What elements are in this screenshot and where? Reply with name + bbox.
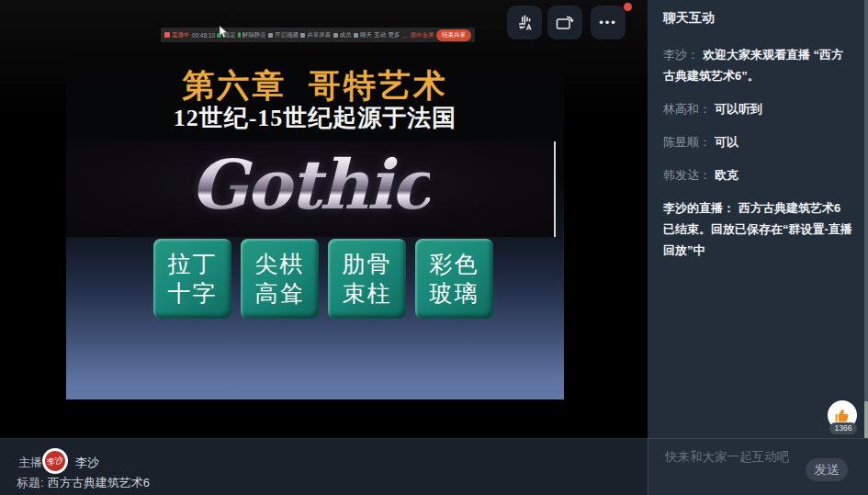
feature-box-line: 玻璃 [430,279,479,309]
stream-title-value: 西方古典建筑艺术6 [48,476,150,489]
chat-panel-title: 聊天互动 [663,10,715,27]
feature-box-line: 肋骨 [343,250,392,279]
stream-title-row: 标题:西方古典建筑艺术6 [17,475,150,491]
interact-item: 互动 [374,31,386,39]
sender-name: 林高和： [663,102,711,116]
feature-box-pointed-arch: 尖栱 高耸 [241,239,319,319]
mouse-cursor [219,26,230,39]
chat-message: 陈昱顺：可以 [663,131,855,152]
system-message: 李沙的直播：西方古典建筑艺术6 已结束。回放已保存在“群设置-直播回放”中 [663,197,855,261]
chat-icon [354,33,358,38]
chat-message: 李沙：欢迎大家来观看直播 “西方古典建筑艺术6”。 [663,44,855,86]
camera-icon [268,33,273,38]
thumbs-up-icon [834,407,851,423]
chat-panel: 聊天互动 李沙：欢迎大家来观看直播 “西方古典建筑艺术6”。 林高和：可以听到 … [648,0,868,438]
send-button[interactable]: 发送 [806,458,848,481]
members-item: 成员 [333,31,352,39]
duration-item: 00:48:10 [192,32,215,39]
share-screen-button[interactable] [547,6,582,39]
feature-box-line: 高耸 [255,279,305,309]
more-options-button[interactable]: ••• [591,6,626,39]
shared-slide: 第六章 哥特艺术 12世纪-15世纪起源于法国 Gothic 拉丁 十字 尖栱 … [66,53,564,399]
live-status-item: 直播中 [164,31,190,39]
exit-fullscreen-item: 退出全屏 [411,31,434,39]
sender-name: 韩发达： [663,168,711,182]
feature-box-line: 尖栱 [255,250,305,279]
chat-scrollbar[interactable] [864,0,868,438]
chat-composer: 发送 [648,438,868,495]
host-avatar: 李沙 [42,448,68,474]
message-text: 可以听到 [715,102,762,116]
interpretation-button[interactable] [507,6,542,39]
slide-chapter-title: 第六章 哥特艺术 [66,64,564,107]
feature-box-row: 拉丁 十字 尖栱 高耸 肋骨 束柱 彩色 玻璃 [66,239,564,321]
slide-subtitle: 12世纪-15世纪起源于法国 [66,102,564,134]
message-text: 可以 [715,135,738,149]
share-icon [300,33,305,38]
seal-stamp-icon: 李沙 [43,449,67,473]
chat-message-list: 李沙：欢迎大家来观看直播 “西方古典建筑艺术6”。 林高和：可以听到 陈昱顺：可… [648,44,868,273]
chat-item: 聊天 [354,31,372,39]
ellipsis-icon: ••• [599,17,617,28]
chat-message: 韩发达：欧克 [663,164,855,186]
sender-name: 李沙的直播： [663,201,735,215]
sender-name: 陈昱顺： [663,135,711,149]
presenter-share-toolbar: 直播中 00:48:10 稳定 解除静音 开启视频 共享屏幕 成员 聊天 互动 … [161,28,475,42]
message-text: 欧克 [715,168,738,182]
feature-box-latin-cross: 拉丁 十字 [153,239,231,319]
chat-scrollbar-thumb[interactable] [864,401,868,438]
mic-icon [238,32,241,38]
feature-box-line: 束柱 [343,279,392,309]
sender-name: 李沙： [663,48,699,62]
gothic-hero-image: Gothic [66,141,556,237]
gothic-word: Gothic [190,151,431,228]
video-stage: 第六章 哥特艺术 12世纪-15世纪起源于法国 Gothic 拉丁 十字 尖栱 … [0,0,648,495]
chat-input[interactable] [663,446,805,467]
stream-title-label: 标题: [17,476,44,489]
share-screen-icon [554,13,576,33]
camera-item: 开启视频 [268,31,299,39]
feature-box-line: 拉丁 [168,250,218,279]
share-item: 共享屏幕 [300,31,331,39]
chat-message: 林高和：可以听到 [663,98,855,119]
feature-box-line: 彩色 [430,250,479,279]
ellipsis-item: … [402,32,409,39]
more-item: 更多 [388,31,400,39]
mute-item: 解除静音 [238,31,266,39]
members-icon [333,33,338,38]
host-name: 李沙 [75,455,99,471]
signal-bars-icon [164,32,170,38]
feature-box-line: 十字 [168,279,218,309]
feature-box-rib-vault: 肋骨 束柱 [328,239,406,319]
end-share-button: 结束共享 [436,29,471,41]
like-count-badge: 1366 [829,422,857,434]
interpretation-icon [514,13,535,33]
feature-box-stained-glass: 彩色 玻璃 [415,239,493,319]
notification-dot [624,3,632,11]
